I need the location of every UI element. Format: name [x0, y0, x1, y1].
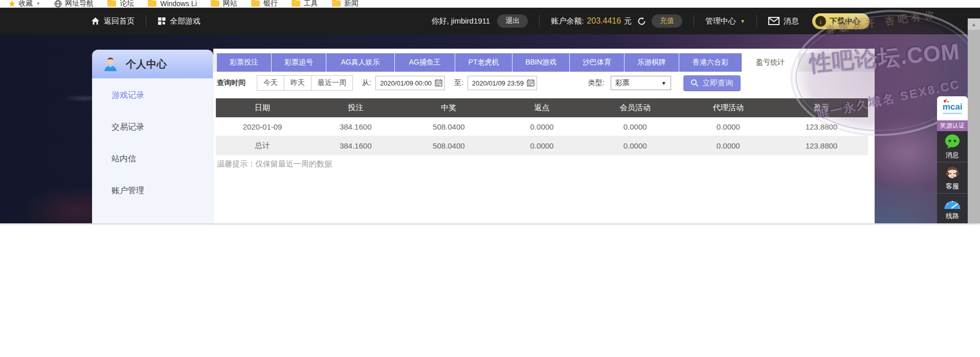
divider — [539, 15, 540, 27]
admin-center-menu[interactable]: 管理中心 ▼ — [705, 16, 745, 26]
balance-unit: 元 — [624, 16, 632, 26]
table-total-row: 总计 384.1600 508.0400 0.0000 0.0000 0.000… — [216, 136, 868, 155]
back-home-link[interactable]: 返回首页 — [91, 16, 135, 26]
bookmark-tools[interactable]: 工具 — [292, 0, 318, 8]
bookmark-label: Windows Li — [160, 0, 197, 8]
divider — [146, 15, 146, 27]
chevron-down-icon: ▼ — [740, 18, 745, 24]
bookmark-label: 论坛 — [120, 0, 134, 8]
tab-pt-slots[interactable]: PT老虎机 — [455, 53, 513, 72]
dock-item-label: 线路 — [946, 212, 959, 221]
sidebar: 个人中心 游戏记录 交易记录 站内信 账户管理 — [92, 50, 213, 223]
table-cell: 123.8800 — [775, 117, 868, 136]
table-cell: 508.0400 — [402, 117, 495, 136]
table-cell: 2020-01-09 — [216, 117, 309, 136]
scrollbar-up-arrow[interactable]: ▲ — [968, 18, 980, 30]
quick-date-group: 今天 昨天 最近一周 — [257, 75, 353, 91]
table-cell: 508.0400 — [402, 136, 495, 155]
tab-hk-lottery[interactable]: 香港六合彩 — [679, 53, 742, 72]
sidebar-item-transaction-records[interactable]: 交易记录 — [92, 111, 213, 143]
folder-icon — [251, 1, 260, 7]
balance-label: 账户余额: — [551, 16, 584, 26]
download-center-button[interactable]: ↓ 下载中心 — [812, 13, 870, 29]
download-center-label: 下载中心 — [830, 16, 860, 26]
table-header-cell: 盈亏 — [775, 98, 868, 117]
sidebar-item-account-management[interactable]: 账户管理 — [92, 175, 213, 206]
tab-leyou-chess[interactable]: 乐游棋牌 — [625, 53, 679, 72]
bookmark-windows[interactable]: Windows Li — [148, 0, 197, 8]
gauge-icon — [944, 197, 961, 210]
table-header-cell: 代理活动 — [682, 98, 775, 117]
yesterday-button[interactable]: 昨天 — [284, 75, 311, 91]
last-week-button[interactable]: 最近一周 — [311, 75, 353, 91]
mcai-logo: mcai — [943, 102, 963, 111]
table-cell: 0.0000 — [495, 136, 588, 155]
dock-item-label: 客服 — [946, 182, 959, 191]
today-button[interactable]: 今天 — [257, 75, 284, 91]
chevron-down-icon: ▼ — [661, 80, 666, 86]
recharge-button[interactable]: 充值 — [652, 14, 682, 28]
calendar-icon[interactable] — [527, 79, 534, 88]
table-header-cell: 投注 — [309, 98, 402, 117]
dock-item-lines[interactable]: 线路 — [937, 194, 968, 223]
bookmark-favorites[interactable]: ★ 收藏 ▼ — [8, 0, 40, 8]
table-cell: 0.0000 — [589, 136, 682, 155]
tip-text: 温馨提示：仅保留最近一周的数据 — [217, 159, 332, 169]
table-cell: 总计 — [216, 136, 309, 155]
messages-link[interactable]: 消息 — [768, 16, 799, 26]
to-date-field — [467, 76, 537, 90]
tab-profit-stats[interactable]: 盈亏统计 — [742, 53, 798, 72]
bookmark-label: 收藏 — [18, 0, 33, 8]
folder-icon — [148, 1, 157, 7]
bookmark-label: 网址导航 — [65, 0, 94, 8]
type-label: 类型: — [588, 78, 605, 88]
bookmark-news[interactable]: 新闻 — [332, 0, 359, 8]
sidebar-item-game-records[interactable]: 游戏记录 — [92, 79, 213, 111]
calendar-icon[interactable] — [435, 79, 442, 88]
tab-lottery-chase[interactable]: 彩票追号 — [272, 53, 326, 72]
dock-item-messages[interactable]: 消息 — [937, 131, 968, 162]
all-games-link[interactable]: 全部游戏 — [158, 16, 201, 26]
table-cell: 0.0000 — [589, 117, 682, 136]
divider — [694, 15, 694, 27]
table-cell: 384.1600 — [309, 117, 402, 136]
tab-ag-fishing[interactable]: AG捕鱼王 — [395, 53, 455, 72]
query-toolbar: 查询时间 今天 昨天 最近一周 从: 至: 类型: — [217, 75, 741, 91]
sidebar-item-site-mail[interactable]: 站内信 — [92, 143, 213, 175]
tab-saba-sports[interactable]: 沙巴体育 — [570, 53, 625, 72]
tab-bbin[interactable]: BBIN游戏 — [513, 53, 570, 72]
browser-bookmarks-bar: ★ 收藏 ▼ 网址导航 论坛 Windows Li 网站 — [0, 0, 980, 8]
table-cell: 0.0000 — [682, 117, 775, 136]
logout-button[interactable]: 退出 — [497, 14, 528, 28]
table-row: 2020-01-09 384.1600 508.0400 0.0000 0.00… — [216, 117, 868, 136]
tab-bar: 彩票投注 彩票追号 AG真人娱乐 AG捕鱼王 PT老虎机 BBIN游戏 沙巴体育… — [213, 53, 875, 72]
scrollbar[interactable]: ▲ — [968, 18, 980, 223]
dock-item-support[interactable]: 客服 — [937, 162, 968, 194]
bookmark-forum[interactable]: 论坛 — [107, 0, 134, 8]
chat-icon — [944, 134, 961, 149]
user-avatar-icon — [102, 56, 119, 72]
tab-ag-live[interactable]: AG真人娱乐 — [326, 53, 395, 72]
table-cell: 0.0000 — [495, 117, 588, 136]
profit-table: 日期 投注 中奖 返点 会员活动 代理活动 盈亏 2020-01-09 384.… — [216, 98, 868, 155]
tab-lottery-bet[interactable]: 彩票投注 — [217, 53, 272, 72]
folder-icon — [211, 1, 219, 7]
query-time-label: 查询时间 — [217, 78, 246, 88]
table-cell: 0.0000 — [682, 136, 775, 155]
bookmark-bank[interactable]: 银行 — [251, 0, 278, 8]
from-label: 从: — [362, 78, 371, 88]
bookmark-nav[interactable]: 网址导航 — [54, 0, 94, 8]
folder-icon — [332, 1, 341, 7]
bookmark-label: 银行 — [263, 0, 278, 8]
sidebar-menu: 游戏记录 交易记录 站内信 账户管理 — [92, 78, 213, 206]
bookmark-sites[interactable]: 网站 — [211, 0, 237, 8]
mcai-cert-badge[interactable]: mcai — [937, 96, 968, 120]
refresh-icon[interactable] — [637, 16, 647, 26]
table-cell: 123.8800 — [775, 136, 868, 155]
award-cert-label: 奖源认证 — [937, 120, 968, 131]
search-button[interactable]: 立即查询 — [683, 75, 741, 91]
sidebar-header: 个人中心 — [92, 50, 213, 78]
globe-icon — [54, 0, 62, 8]
type-select[interactable]: 彩票 ▼ — [611, 76, 671, 90]
sidebar-title: 个人中心 — [126, 57, 167, 71]
